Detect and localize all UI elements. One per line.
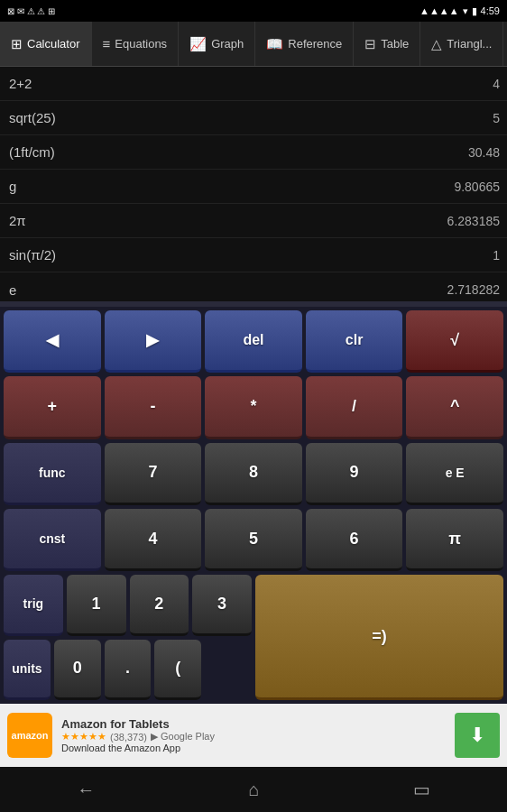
minus-button[interactable]: - [105, 376, 202, 438]
key-row-3: func 7 8 9 e E [4, 443, 503, 505]
units-button[interactable]: units [4, 640, 51, 700]
ad-rating: ★★★★★ (38,373) ▶ Google Play [61, 731, 446, 743]
tab-graph[interactable]: 📈 Graph [179, 22, 255, 66]
calc-row-6: e 2.718282 [0, 272, 507, 301]
key-row-1: ◀ ▶ del clr √ [4, 310, 503, 373]
eE-button[interactable]: e E [406, 443, 503, 505]
calc-result-0: 4 [493, 77, 500, 91]
back-button[interactable]: ← [59, 772, 113, 807]
calc-result-4: 6.283185 [447, 214, 500, 228]
triangle-icon: △ [431, 36, 442, 52]
status-icons-left: ⊠ ✉ ⚠ ⚠ ⊞ [7, 6, 55, 16]
plus-button[interactable]: + [4, 376, 101, 438]
0-button[interactable]: 0 [54, 640, 101, 700]
calc-input-5: sin(π/2) [9, 247, 56, 263]
key-row-5: trig123units0.(=) [4, 575, 503, 700]
trig-button[interactable]: trig [4, 575, 63, 635]
pi-button[interactable]: π [406, 509, 503, 571]
open-paren-button[interactable]: ( [154, 640, 201, 700]
ad-logo-text: amazon [12, 730, 49, 741]
tab-reference[interactable]: 📖 Reference [255, 22, 354, 66]
calc-input-4: 2π [9, 213, 26, 228]
notification-icons: ⊠ ✉ ⚠ ⚠ ⊞ [7, 6, 55, 16]
calc-result-2: 30.48 [468, 145, 500, 160]
clr-button[interactable]: clr [306, 310, 403, 373]
status-icons-right: ▲▲▲▲ ▾ ▮ 4:59 [419, 5, 500, 17]
keyboard: ◀ ▶ del clr √ + - * / ^ func 7 8 9 e E c… [0, 307, 507, 704]
1-button[interactable]: 1 [67, 575, 126, 635]
calc-row-0: 2+2 4 [0, 67, 507, 101]
ad-banner[interactable]: amazon Amazon for Tablets ★★★★★ (38,373)… [0, 704, 507, 767]
wifi-icon: ▾ [463, 5, 468, 17]
ad-stars: ★★★★★ [61, 731, 106, 743]
calc-row-5: sin(π/2) 1 [0, 238, 507, 272]
calc-row-4: 2π 6.283185 [0, 204, 507, 238]
calc-input-2: (1ft/cm) [9, 144, 55, 160]
tab-triangle[interactable]: △ Triangl... [420, 22, 503, 66]
calc-input-0: 2+2 [9, 76, 32, 91]
dot-button[interactable]: . [105, 640, 152, 700]
6-button[interactable]: 6 [306, 509, 403, 571]
ad-download-button[interactable]: ⬇ [455, 713, 500, 758]
calc-result-6: 2.718282 [447, 282, 500, 297]
ad-title: Amazon for Tablets [61, 717, 446, 731]
ad-content: Amazon for Tablets ★★★★★ (38,373) ▶ Goog… [61, 717, 446, 753]
tab-table[interactable]: ⊟ Table [354, 22, 420, 66]
calc-result-5: 1 [493, 248, 500, 263]
tab-triangle-label: Triangl... [447, 37, 492, 51]
time-display: 4:59 [481, 5, 500, 16]
4-button[interactable]: 4 [105, 509, 202, 571]
multiply-button[interactable]: * [205, 376, 302, 438]
5-button[interactable]: 5 [205, 509, 302, 571]
right-arrow-button[interactable]: ▶ [105, 310, 202, 373]
3-button[interactable]: 3 [192, 575, 252, 635]
tab-table-label: Table [381, 37, 409, 51]
tab-bar: ⊞ Calculator ≡ Equations 📈 Graph 📖 Refer… [0, 22, 507, 67]
graph-icon: 📈 [189, 36, 207, 52]
ad-description: Download the Amazon App [61, 743, 446, 753]
status-bar: ⊠ ✉ ⚠ ⚠ ⊞ ▲▲▲▲ ▾ ▮ 4:59 [0, 0, 507, 22]
tab-equations[interactable]: ≡ Equations [92, 22, 180, 66]
home-button[interactable]: ⌂ [230, 772, 277, 807]
del-button[interactable]: del [205, 310, 302, 373]
calc-result-3: 9.80665 [454, 180, 500, 194]
cnst-button[interactable]: cnst [4, 509, 101, 571]
tab-calculator[interactable]: ⊞ Calculator [0, 22, 92, 66]
table-icon: ⊟ [364, 36, 376, 52]
reference-icon: 📖 [266, 36, 283, 52]
tab-equations-label: Equations [115, 37, 167, 51]
7-button[interactable]: 7 [105, 443, 202, 505]
bottom-navigation: ← ⌂ ▭ [0, 767, 507, 812]
divide-button[interactable]: / [306, 376, 403, 438]
func-button[interactable]: func [4, 443, 101, 505]
calc-input-1: sqrt(25) [9, 110, 56, 125]
equals-button[interactable]: =) [255, 575, 503, 700]
recent-apps-button[interactable]: ▭ [395, 771, 448, 807]
signal-icon: ▲▲▲▲ [419, 5, 459, 16]
calc-input-3: g [9, 179, 16, 194]
calculator-display: 2+2 4 sqrt(25) 5 (1ft/cm) 30.48 g 9.8066… [0, 67, 507, 301]
battery-icon: ▮ [472, 5, 477, 17]
equations-icon: ≡ [103, 36, 111, 51]
power-button[interactable]: ^ [406, 376, 503, 438]
calculator-icon: ⊞ [11, 36, 23, 52]
calc-row-2: (1ft/cm) 30.48 [0, 135, 507, 170]
key-row-4: cnst 4 5 6 π [4, 509, 503, 571]
tab-reference-label: Reference [288, 37, 342, 51]
tab-calculator-label: Calculator [27, 37, 80, 51]
key-row-2: + - * / ^ [4, 376, 503, 438]
tab-graph-label: Graph [211, 37, 244, 51]
sqrt-button[interactable]: √ [406, 310, 503, 373]
calc-row-3: g 9.80665 [0, 170, 507, 204]
8-button[interactable]: 8 [205, 443, 302, 505]
calc-result-1: 5 [493, 111, 500, 125]
ad-store: ▶ Google Play [151, 731, 215, 743]
ad-rating-count: (38,373) [110, 732, 147, 743]
calc-input-6: e [9, 282, 16, 298]
ad-logo: amazon [7, 713, 52, 758]
9-button[interactable]: 9 [306, 443, 403, 505]
calc-row-1: sqrt(25) 5 [0, 101, 507, 135]
left-arrow-button[interactable]: ◀ [4, 310, 101, 373]
2-button[interactable]: 2 [130, 575, 189, 635]
